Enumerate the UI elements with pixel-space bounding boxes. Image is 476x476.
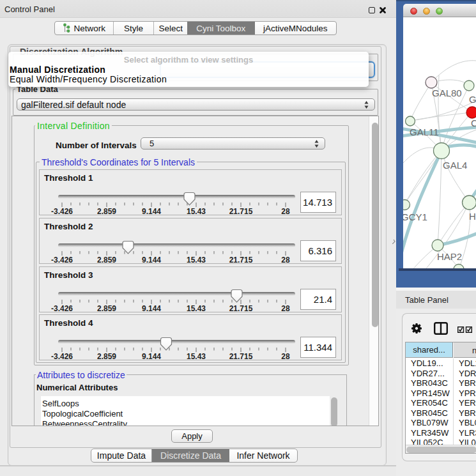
svg-text:GCY1: GCY1 [403, 211, 427, 222]
svg-text:H: H [469, 211, 476, 222]
svg-text:GAL11: GAL11 [410, 127, 439, 137]
svg-text:HAP2: HAP2 [437, 251, 462, 262]
svg-text:C: C [471, 118, 476, 128]
svg-text:GAL80: GAL80 [432, 88, 462, 98]
svg-text:GAL4: GAL4 [443, 160, 467, 171]
svg-text:GA: GA [469, 94, 476, 105]
